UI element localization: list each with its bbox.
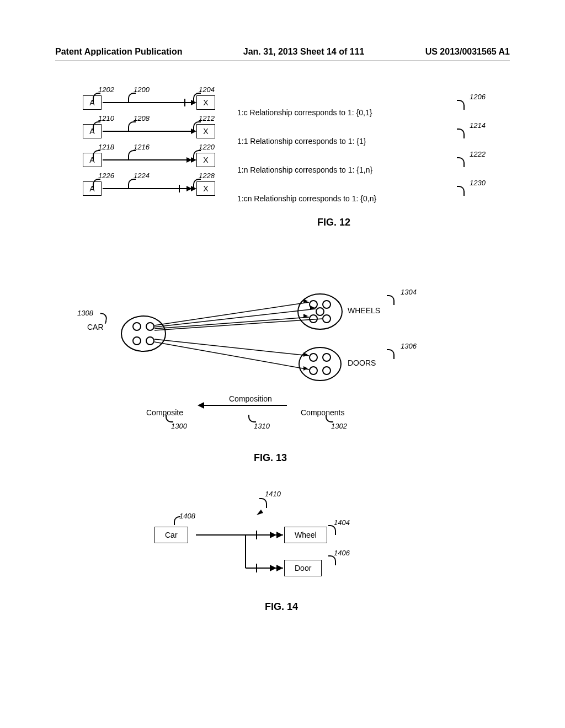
svg-point-2 [146, 323, 154, 330]
header-rule [55, 61, 510, 61]
ref-1226: 1226 [98, 172, 114, 180]
ref-1216: 1216 [134, 143, 150, 151]
svg-marker-28 [198, 402, 204, 409]
doors-label: DOORS [348, 358, 376, 367]
svg-line-17 [154, 309, 316, 327]
ref-1222: 1222 [470, 150, 486, 158]
svg-marker-35 [276, 532, 283, 538]
fig12-caption: FIG. 12 [182, 217, 486, 228]
ref-curve-icon [457, 129, 465, 138]
fig14-caption: FIG. 14 [149, 601, 414, 613]
ref-curve-icon [128, 93, 136, 103]
car-label: CAR [87, 323, 104, 331]
ref-1220: 1220 [199, 143, 215, 151]
svg-point-13 [323, 354, 331, 361]
ref-1218: 1218 [98, 143, 114, 151]
components-label: Components [301, 408, 344, 417]
svg-point-12 [310, 354, 317, 361]
ref-curve-icon [457, 157, 465, 167]
figure-12: 1202 1200 1204 A X 1206 1:c Relationship… [83, 88, 486, 228]
svg-point-9 [310, 315, 317, 323]
ref-curve-icon [128, 179, 136, 189]
ref-1214: 1214 [470, 121, 486, 130]
relation-row-1n: 1218 1216 1220 A X 1222 1:n Relationship… [83, 146, 486, 174]
ref-1310: 1310 [254, 422, 270, 430]
ref-curve-icon [457, 100, 465, 110]
ref-1300: 1300 [171, 422, 187, 430]
svg-marker-38 [276, 565, 283, 571]
svg-marker-25 [303, 352, 308, 357]
svg-point-5 [298, 294, 342, 329]
arrow-line [103, 131, 195, 132]
svg-point-11 [299, 347, 341, 381]
svg-marker-26 [303, 366, 308, 371]
svg-point-8 [316, 308, 324, 315]
ref-1210: 1210 [98, 114, 114, 122]
ref-1208: 1208 [134, 114, 150, 122]
arrow-line [103, 102, 195, 103]
svg-point-0 [121, 316, 166, 351]
wheels-label: WHEELS [348, 306, 380, 315]
figure-13: 1308 CAR 1304 WHEELS 1306 DOORS Composit… [77, 292, 463, 447]
arrow-tick-icon [179, 185, 180, 192]
arrow-head-icon [191, 100, 196, 105]
svg-line-21 [154, 342, 309, 370]
svg-line-16 [154, 302, 309, 325]
ref-curve-icon [457, 186, 465, 196]
arrow-head-double-icon [191, 157, 196, 163]
svg-line-20 [154, 339, 309, 356]
ref-1228: 1228 [199, 172, 215, 180]
svg-point-4 [146, 337, 154, 345]
arrow-head-double-icon [191, 186, 196, 191]
relation-row-1c: 1202 1200 1204 A X 1206 1:c Relationship… [83, 88, 486, 117]
ref-curve-icon [93, 121, 100, 131]
svg-point-15 [323, 367, 331, 374]
svg-line-18 [154, 317, 309, 329]
header-right: US 2013/0031565 A1 [425, 47, 510, 57]
ref-1230: 1230 [470, 179, 486, 187]
fig13-caption: FIG. 13 [77, 452, 463, 464]
ref-1302: 1302 [331, 422, 347, 430]
svg-point-7 [323, 301, 331, 308]
ref-curve-icon [93, 179, 100, 189]
ref-1306: 1306 [401, 342, 417, 350]
ref-1308: 1308 [77, 309, 93, 317]
svg-point-1 [133, 323, 141, 330]
ref-1224: 1224 [134, 172, 150, 180]
ref-curve-icon [93, 93, 100, 103]
svg-point-3 [133, 337, 141, 345]
relation-row-11: 1210 1208 1212 A X 1214 1:1 Relationship… [83, 117, 486, 146]
header-left: Patent Application Publication [55, 47, 183, 57]
arrow-line [103, 159, 195, 160]
svg-marker-36 [270, 532, 276, 538]
header-center: Jan. 31, 2013 Sheet 14 of 111 [243, 47, 365, 57]
relation-desc: 1:1 Relationship corresponds to 1: {1} [237, 137, 366, 146]
relation-row-1cn: 1226 1224 1228 A X 1230 1:cn Relationshi… [83, 174, 486, 203]
fig13-svg [77, 292, 463, 436]
svg-point-10 [323, 315, 331, 323]
ref-curve-icon [128, 121, 136, 131]
svg-point-14 [310, 367, 317, 374]
page-header: Patent Application Publication Jan. 31, … [0, 47, 565, 57]
ref-1304: 1304 [401, 288, 417, 296]
composition-label: Composition [229, 394, 272, 403]
composite-label: Composite [146, 408, 183, 417]
arrow-tick-icon [184, 99, 185, 106]
arrow-line [103, 188, 195, 189]
ref-1202: 1202 [98, 85, 114, 94]
ref-curve-icon [128, 150, 136, 160]
arrow-head-icon [191, 129, 196, 134]
ref-1200: 1200 [134, 85, 150, 94]
ref-1410: 1410 [265, 490, 281, 498]
figure-14: 1410 1408 Car 1404 Wheel 1406 Door FIG. … [149, 502, 414, 612]
ref-1206: 1206 [470, 93, 486, 101]
ref-1204: 1204 [199, 85, 215, 94]
ref-curve-icon [93, 150, 100, 160]
relation-desc: 1:c Relationship corresponds to 1: {0,1} [237, 108, 372, 117]
svg-marker-39 [270, 565, 276, 571]
ref-1212: 1212 [199, 114, 215, 122]
relation-desc: 1:cn Relationship corresponds to 1: {0,n… [237, 194, 376, 203]
relation-desc: 1:n Relationship corresponds to 1: {1,n} [237, 165, 372, 174]
fig14-connectors [149, 502, 414, 590]
